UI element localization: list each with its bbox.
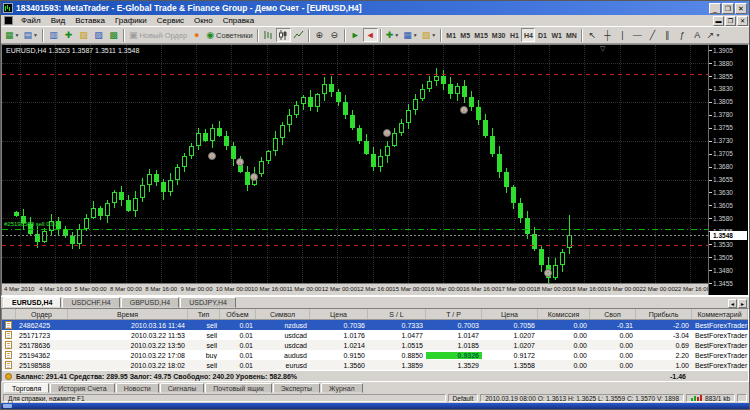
fibonacci-tool-button[interactable]: ƒ [675, 28, 690, 42]
metaeditor-icon[interactable]: ● [189, 28, 204, 42]
timeframe-D1[interactable]: D1 [535, 28, 549, 42]
column-header[interactable]: Символ [256, 309, 310, 319]
horizontal-line-tool-button[interactable]: — [630, 28, 645, 42]
terminal-tab[interactable]: Торговля [4, 383, 49, 393]
templates-button[interactable]: ▧▼ [420, 28, 438, 42]
grid-line-v [690, 45, 691, 283]
data-window-button[interactable]: ✚ [61, 28, 76, 42]
cell: 2.20 [636, 352, 692, 359]
chart-window-icon[interactable] [4, 16, 13, 25]
chart-tab-EURUSD,H4[interactable]: EURUSD,H4 [3, 297, 61, 308]
table-row[interactable]: 251717232010.03.22 11:53sell0.01usdcad1.… [2, 330, 748, 340]
column-header[interactable]: Время [68, 309, 188, 319]
terminal-tab[interactable]: Новости [116, 383, 159, 393]
menu-item-Графики[interactable]: Графики [110, 15, 152, 26]
table-row[interactable]: 251943622010.03.22 17:08buy0.01audusd0.9… [2, 350, 748, 360]
text-tool-button[interactable]: A [690, 28, 705, 42]
cell: 2010.03.22 11:53 [68, 332, 188, 339]
chart-tab-USDJPY,H4[interactable]: USDJPY,H4 [180, 297, 236, 308]
resize-grip[interactable] [737, 394, 747, 402]
table-row[interactable]: 251786362010.03.22 13:50sell0.01usdcad1.… [2, 340, 748, 350]
timeframe-M1[interactable]: M1 [444, 28, 458, 42]
column-header[interactable]: Тип [188, 309, 220, 319]
column-header[interactable]: Цена [310, 309, 368, 319]
cursor-tool-button[interactable]: ↖ [585, 28, 600, 42]
table-row[interactable]: 251985882010.03.22 18:02sell0.01eurusd1.… [2, 360, 748, 370]
new-chart-button[interactable]: ▦▼ [3, 28, 21, 42]
column-header[interactable]: Цена [482, 309, 538, 319]
chart-plot[interactable]: EURUSD,H4 1.3523 1.3587 1.3511 1.3548 ▽ … [2, 45, 708, 283]
bar-chart-button[interactable] [261, 28, 276, 42]
line-chart-button[interactable] [291, 28, 306, 42]
channel-tool-button[interactable]: ∥ [660, 28, 675, 42]
menu-item-Сервис[interactable]: Сервис [152, 15, 189, 26]
column-header[interactable]: T / P [426, 309, 482, 319]
timeframe-M15[interactable]: M15 [472, 28, 490, 42]
timeframe-H4[interactable]: H4 [521, 28, 535, 42]
timeframe-H1[interactable]: H1 [507, 28, 521, 42]
restore-button[interactable]: ❐ [722, 3, 734, 14]
market-watch-button[interactable]: ▥ [46, 28, 61, 42]
strategy-tester-button[interactable]: ▩ [106, 28, 121, 42]
status-profile[interactable]: Default [448, 394, 479, 402]
terminal-tab[interactable]: Почтовый ящик [205, 383, 272, 393]
child-close-button[interactable]: ✕ [737, 16, 748, 26]
terminal-tab[interactable]: Сигналы [160, 383, 204, 393]
zoom-out-button[interactable]: ⊖ [327, 28, 342, 42]
column-header[interactable]: Своп [590, 309, 636, 319]
orders-table-header[interactable]: ОрдерВремяТипОбъемСимволЦенаS / LT / PЦе… [2, 309, 748, 320]
terminal-button[interactable]: ▨ [91, 28, 106, 42]
candle [42, 231, 47, 241]
child-minimize-button[interactable]: ▬ [713, 16, 724, 26]
timeframe-MN[interactable]: MN [564, 28, 579, 42]
chart-tab-USDCHF,H4[interactable]: USDCHF,H4 [62, 297, 119, 308]
menu-item-Справка[interactable]: Справка [218, 15, 259, 26]
column-header[interactable]: Объем [220, 309, 256, 319]
new-order-button[interactable]: ▣Новый Ордер [127, 28, 189, 42]
timeframe-M30[interactable]: M30 [490, 28, 508, 42]
child-restore-button[interactable]: ❐ [725, 16, 736, 26]
column-header[interactable]: Прибыль [636, 309, 692, 319]
chart-shift-button[interactable]: ◄ [363, 28, 378, 42]
terminal-tab[interactable]: История Счета [50, 383, 114, 393]
column-header[interactable]: Комментарий [692, 309, 748, 319]
auto-scroll-button[interactable]: ► [348, 28, 363, 42]
crosshair-tool-button[interactable]: ┼ [600, 28, 615, 42]
arrows-tool-button[interactable]: ↗▼ [705, 28, 723, 42]
menu-item-Файл[interactable]: Файл [16, 15, 46, 26]
timeframe-W1[interactable]: W1 [549, 28, 564, 42]
menu-item-Вставка[interactable]: Вставка [70, 15, 110, 26]
menu-item-Вид[interactable]: Вид [46, 15, 70, 26]
table-row[interactable]: 248624252010.03.16 11:44sell0.01nzdusd0.… [2, 320, 748, 330]
menu-item-Окно[interactable]: Окно [189, 15, 218, 26]
price-tick-label: 1.3830 [713, 85, 733, 92]
zoom-in-button[interactable]: ⊕ [312, 28, 327, 42]
taskbar-button[interactable] [3, 404, 12, 408]
periods-button[interactable]: ▦▼ [401, 28, 419, 42]
candle [476, 107, 481, 120]
grid-line-v [90, 45, 91, 283]
chart-area[interactable]: EURUSD,H4 1.3523 1.3587 1.3511 1.3548 ▽ … [1, 44, 749, 296]
close-button[interactable]: ✕ [735, 3, 747, 14]
trendline-tool-button[interactable]: ╱ [645, 28, 660, 42]
tab-scroll-left-button[interactable]: ◄ [728, 299, 737, 308]
terminal-tab[interactable]: Журнал [321, 383, 363, 393]
column-header[interactable]: Ордер [16, 309, 68, 319]
candlestick-chart-button[interactable] [276, 28, 291, 42]
time-axis[interactable]: 4 Mar 20104 Mar 16:005 Mar 00:008 Mar 00… [2, 283, 708, 295]
vertical-line-tool-button[interactable]: | [615, 28, 630, 42]
price-axis[interactable]: 1.39051.38801.38551.38301.38051.37801.37… [708, 45, 748, 295]
timeframe-M5[interactable]: M5 [458, 28, 472, 42]
terminal-tab[interactable]: Эксперты [273, 383, 320, 393]
profiles-button[interactable]: ▤▼ [21, 28, 39, 42]
column-header[interactable]: S / L [368, 309, 426, 319]
indicators-button[interactable]: ✚▼ [384, 28, 402, 42]
tab-scroll-right-button[interactable]: ► [738, 299, 747, 308]
grid-line-v [549, 45, 550, 283]
navigator-button[interactable]: ▧ [76, 28, 91, 42]
chart-tab-GBPUSD,H4[interactable]: GBPUSD,H4 [121, 297, 179, 308]
column-header[interactable]: Комиссия [538, 309, 590, 319]
expert-advisors-button[interactable]: ◉Советники [204, 28, 255, 42]
chart-shift-marker[interactable]: ▽ [600, 45, 605, 53]
minimize-button[interactable]: _ [709, 3, 721, 14]
